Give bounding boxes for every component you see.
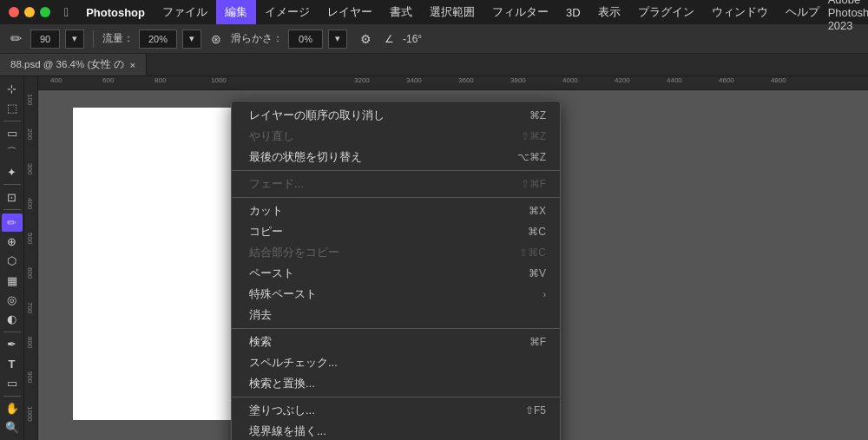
menu-item-label: ペースト	[249, 266, 294, 281]
menu-item-find-replace[interactable]: 検索と置換...	[232, 373, 560, 394]
menu-separator	[232, 397, 560, 397]
menubar-item-photoshop[interactable]: Photoshop	[77, 0, 154, 24]
menu-bar:  Photoshop ファイル 編集 イメージ レイヤー 書式 選択範囲 フィ…	[0, 0, 868, 24]
toolbar-separator-2	[3, 184, 21, 185]
app-title: Adobe Photoshop 2023	[828, 0, 868, 32]
menu-separator	[232, 170, 560, 171]
smoothing-label: 滑らかさ：	[231, 31, 283, 46]
menu-item-search[interactable]: 検索⌘F	[232, 332, 560, 352]
hand-tool-icon[interactable]: ✋	[2, 399, 23, 417]
menubar-item-plugins[interactable]: プラグイン	[629, 0, 703, 24]
menu-item-clear[interactable]: 消去	[232, 305, 560, 325]
eraser-tool-icon[interactable]: ⬡	[2, 253, 23, 270]
menu-item-label: 検索と置換...	[249, 376, 315, 391]
menu-item-copy-merged: 結合部分をコピー⇧⌘C	[232, 242, 560, 263]
menubar-item-layer[interactable]: レイヤー	[319, 0, 381, 24]
pen-tool-icon[interactable]: ✒	[2, 336, 23, 353]
menu-item-shortcut: ⇧F5	[525, 404, 546, 417]
toolbar-separator-1	[3, 121, 21, 121]
menu-item-label: 最後の状態を切り替え	[249, 149, 362, 165]
brush-tool-icon[interactable]: ✏	[2, 213, 23, 231]
menubar-item-edit[interactable]: 編集	[216, 0, 256, 24]
menu-item-shortcut: ⇧⌘F	[521, 178, 546, 190]
divider-1	[93, 30, 94, 48]
angle-icon[interactable]: ∠	[380, 30, 398, 48]
menubar-item-help[interactable]: ヘルプ	[777, 0, 828, 24]
menubar-item-file[interactable]: ファイル	[154, 0, 216, 24]
settings-icon[interactable]: ⚙	[356, 30, 375, 49]
apple-logo[interactable]: 	[59, 5, 74, 19]
menu-item-label: カット	[249, 203, 283, 219]
menubar-item-select[interactable]: 選択範囲	[421, 0, 483, 24]
menu-item-label: レイヤーの順序の取り消し	[249, 108, 385, 123]
toolbar-separator-3	[3, 209, 21, 210]
magic-wand-icon[interactable]: ✦	[2, 163, 23, 181]
toolbar-separator-5	[3, 396, 21, 397]
menu-item-fill[interactable]: 塗りつぶし...⇧F5	[232, 400, 560, 421]
zoom-tool-icon[interactable]: 🔍	[2, 419, 23, 437]
minimize-button[interactable]	[24, 7, 35, 17]
dropdown-overlay: レイヤーの順序の取り消し⌘Zやり直し⇧⌘Z最後の状態を切り替え⌥⌘Zフェード..…	[24, 76, 868, 440]
menu-item-shortcut: ⇧⌘Z	[521, 130, 546, 142]
flow-input[interactable]: 20%	[139, 30, 177, 49]
menu-item-spell-check[interactable]: スペルチェック...	[232, 352, 560, 373]
blur-tool-icon[interactable]: ◎	[2, 291, 23, 308]
crop-tool-icon[interactable]: ⊡	[2, 188, 23, 206]
menu-item-paste-special[interactable]: 特殊ペースト›	[232, 284, 560, 305]
menubar-item-window[interactable]: ウィンドウ	[703, 0, 777, 24]
artboard-tool-icon[interactable]: ⬚	[2, 99, 23, 116]
menu-item-stroke[interactable]: 境界線を描く...	[232, 421, 560, 440]
menubar-item-filter[interactable]: フィルター	[483, 0, 557, 24]
left-toolbar: ⊹ ⬚ ▭ ⌒ ✦ ⊡ ✏ ⊕ ⬡ ▦ ◎ ◐ ✒ T ▭ ✋ 🔍	[0, 76, 24, 440]
menu-item-shortcut: ⌘C	[528, 226, 546, 238]
move-tool-icon[interactable]: ⊹	[2, 80, 23, 97]
airbrush-icon[interactable]: ⊛	[207, 30, 226, 49]
shape-tool-icon[interactable]: ▭	[2, 374, 23, 391]
smoothing-input[interactable]: 0%	[288, 30, 323, 49]
menu-item-label: 塗りつぶし...	[249, 403, 315, 418]
menu-item-fade: フェード...⇧⌘F	[232, 174, 560, 194]
toolbar-separator-4	[3, 332, 21, 332]
menu-item-label: 特殊ペースト	[249, 286, 317, 302]
menu-item-label: コピー	[249, 224, 283, 240]
dodge-tool-icon[interactable]: ◐	[2, 311, 23, 328]
menu-item-shortcut: ⌘F	[529, 336, 546, 348]
marquee-tool-icon[interactable]: ▭	[2, 124, 23, 141]
menu-item-toggle-state[interactable]: 最後の状態を切り替え⌥⌘Z	[232, 147, 560, 167]
gradient-tool-icon[interactable]: ▦	[2, 272, 23, 289]
menu-item-cut[interactable]: カット⌘X	[232, 200, 560, 221]
window-controls	[0, 7, 59, 17]
clone-tool-icon[interactable]: ⊕	[2, 233, 23, 251]
menu-item-paste[interactable]: ペースト⌘V	[232, 263, 560, 284]
flow-dropdown[interactable]: ▾	[182, 30, 201, 49]
menu-item-label: 境界線を描く...	[249, 424, 326, 439]
maximize-button[interactable]	[40, 7, 50, 17]
angle-value: -16°	[403, 33, 422, 45]
lasso-tool-icon[interactable]: ⌒	[2, 144, 23, 161]
menu-item-redo: やり直し⇧⌘Z	[232, 126, 560, 147]
canvas-area: 400 600 800 1000 3200 3400 3600 3800 400…	[24, 76, 868, 440]
menu-item-label: 検索	[249, 334, 272, 350]
brush-options-dropdown[interactable]: ▾	[65, 30, 84, 49]
menu-item-undo[interactable]: レイヤーの順序の取り消し⌘Z	[232, 105, 560, 126]
smoothing-dropdown[interactable]: ▾	[328, 30, 347, 49]
tab-item-88psd[interactable]: 88.psd @ 36.4% (女性 の ×	[0, 54, 147, 76]
menu-item-shortcut: ⌥⌘Z	[517, 151, 546, 163]
menu-item-copy[interactable]: コピー⌘C	[232, 221, 560, 242]
tab-label: 88.psd @ 36.4% (女性 の	[10, 58, 124, 71]
tab-close-icon[interactable]: ×	[129, 60, 135, 70]
main-area: ⊹ ⬚ ▭ ⌒ ✦ ⊡ ✏ ⊕ ⬡ ▦ ◎ ◐ ✒ T ▭ ✋ 🔍 400 60…	[0, 76, 868, 440]
menubar-items: Photoshop ファイル 編集 イメージ レイヤー 書式 選択範囲 フィルタ…	[77, 0, 868, 24]
close-button[interactable]	[9, 7, 19, 17]
menubar-item-view[interactable]: 表示	[589, 0, 629, 24]
menubar-item-type[interactable]: 書式	[381, 0, 421, 24]
menu-item-label: やり直し	[249, 128, 294, 144]
brush-options-icon: ✏	[7, 30, 25, 47]
menubar-item-image[interactable]: イメージ	[256, 0, 319, 24]
menu-item-shortcut: ⌘V	[529, 267, 546, 279]
brush-size-input[interactable]: 90	[30, 30, 60, 49]
type-tool-icon[interactable]: T	[2, 355, 23, 372]
menubar-item-3d[interactable]: 3D	[557, 0, 589, 24]
menu-item-shortcut: ⇧⌘C	[519, 246, 546, 259]
edit-dropdown-menu: レイヤーの順序の取り消し⌘Zやり直し⇧⌘Z最後の状態を切り替え⌥⌘Zフェード..…	[231, 101, 561, 440]
